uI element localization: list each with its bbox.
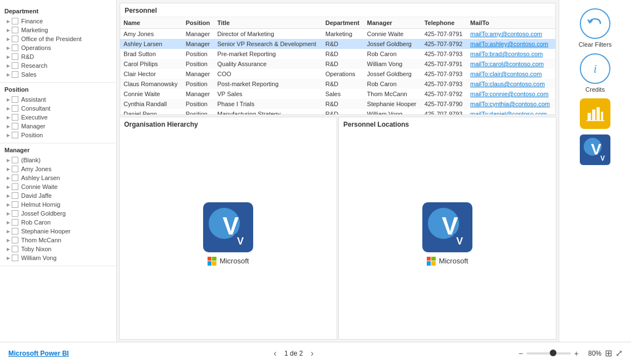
- filter-label-research: Research: [21, 62, 47, 69]
- filter-item-research[interactable]: ▶ Research: [4, 61, 112, 70]
- checkbox-finance[interactable]: [12, 18, 18, 24]
- personnel-panel: Personnel Name Position Title Department…: [120, 3, 556, 115]
- bottom-panels: Organisation Hierarchy V V: [119, 117, 556, 340]
- cell-telephone: 425-707-9793: [421, 79, 467, 89]
- zoom-out-button[interactable]: −: [519, 349, 523, 358]
- credits-button[interactable]: i Credits: [580, 53, 610, 93]
- cell-mailto: mailTo:brad@contoso.com: [467, 49, 555, 59]
- filter-item-helmut[interactable]: ▶ Helmut Hornig: [4, 200, 112, 209]
- checkbox-sales[interactable]: [12, 71, 18, 78]
- org-hierarchy-panel: Organisation Hierarchy V V: [119, 117, 337, 340]
- info-icon: i: [593, 62, 597, 76]
- visio-button[interactable]: V V: [580, 134, 610, 165]
- table-row[interactable]: Brad Sutton Position Pre-market Reportin…: [120, 49, 555, 59]
- table-row[interactable]: Amy Jones Manager Director of Marketing …: [120, 29, 555, 39]
- table-row[interactable]: Clair Hector Manager COO Operations Joss…: [120, 69, 555, 79]
- checkbox-stephanie[interactable]: [12, 228, 18, 235]
- checkbox-consultant[interactable]: [12, 105, 18, 112]
- filter-item-blank[interactable]: ▶ (Blank): [4, 156, 112, 164]
- zoom-in-button[interactable]: +: [574, 349, 579, 358]
- filter-item-marketing[interactable]: ▶ Marketing: [4, 26, 112, 34]
- filter-item-sales[interactable]: ▶ Sales: [4, 70, 112, 79]
- checkbox-marketing[interactable]: [12, 27, 18, 33]
- cell-department: R&D: [322, 59, 364, 69]
- filter-item-operations[interactable]: ▶ Operations: [4, 43, 112, 52]
- checkbox-helmut[interactable]: [12, 201, 18, 208]
- checkbox-william[interactable]: [12, 255, 18, 261]
- next-page-button[interactable]: ›: [307, 347, 317, 360]
- cell-manager: Connie Waite: [364, 29, 421, 39]
- filter-label-position: Position: [21, 132, 43, 138]
- mailto-link[interactable]: mailTo:daniel@contoso.com: [470, 111, 547, 114]
- checkbox-david[interactable]: [12, 192, 18, 199]
- filter-item-rd[interactable]: ▶ R&D: [4, 52, 112, 61]
- checkbox-amy[interactable]: [12, 166, 18, 172]
- table-row[interactable]: Cynthia Randall Position Phase I Trials …: [120, 99, 555, 109]
- filter-item-david[interactable]: ▶ David Jaffe: [4, 191, 112, 200]
- mailto-link[interactable]: mailTo:connie@contoso.com: [470, 91, 549, 97]
- mailto-link[interactable]: mailTo:ashley@contoso.com: [470, 41, 548, 47]
- checkbox-operations[interactable]: [12, 44, 18, 51]
- filter-label-william: William Vong: [21, 255, 57, 261]
- checkbox-executive[interactable]: [12, 114, 18, 121]
- filter-item-consultant[interactable]: ▶ Consultant: [4, 104, 112, 113]
- filter-item-office[interactable]: ▶ Office of the President: [4, 34, 112, 43]
- personnel-table: Name Position Title Department Manager T…: [120, 17, 555, 114]
- filter-item-finance[interactable]: ▶ Finance: [4, 17, 112, 26]
- checkbox-jossef[interactable]: [12, 210, 18, 217]
- filter-label-marketing: Marketing: [21, 27, 48, 33]
- checkbox-thom[interactable]: [12, 237, 18, 243]
- checkbox-research[interactable]: [12, 62, 18, 69]
- checkbox-office[interactable]: [12, 36, 18, 42]
- fit-page-button[interactable]: ⊞: [605, 348, 612, 358]
- checkbox-connie[interactable]: [12, 183, 18, 190]
- filter-item-william[interactable]: ▶ William Vong: [4, 253, 112, 262]
- mailto-link[interactable]: mailTo:brad@contoso.com: [470, 51, 543, 57]
- chart-button[interactable]: [580, 98, 610, 129]
- cell-manager: Jossef Goldberg: [364, 39, 421, 49]
- mailto-link[interactable]: mailTo:claus@contoso.com: [470, 81, 545, 87]
- mailto-link[interactable]: mailTo:cynthia@contoso.com: [470, 101, 550, 107]
- checkbox-position[interactable]: [12, 132, 18, 138]
- table-row[interactable]: Ashley Larsen Manager Senior VP Research…: [120, 39, 555, 49]
- arrow-icon: ▶: [7, 176, 10, 181]
- prev-page-button[interactable]: ‹: [270, 347, 280, 360]
- filter-item-ashley[interactable]: ▶ Ashley Larsen: [4, 173, 112, 182]
- cell-name: Daniel Penn: [120, 109, 183, 114]
- mailto-link[interactable]: mailTo:clair@contoso.com: [470, 71, 542, 77]
- checkbox-rd[interactable]: [12, 53, 18, 60]
- checkbox-blank[interactable]: [12, 157, 18, 163]
- table-row[interactable]: Claus Romanowsky Position Post-market Re…: [120, 79, 555, 89]
- mailto-link[interactable]: mailTo:carol@contoso.com: [470, 61, 544, 67]
- zoom-slider[interactable]: [526, 352, 571, 355]
- clear-filters-button[interactable]: Clear Filters: [579, 8, 612, 48]
- checkbox-manager[interactable]: [12, 123, 18, 129]
- table-row[interactable]: Daniel Penn Position Manufacturing Strat…: [120, 109, 555, 114]
- filter-item-jossef[interactable]: ▶ Jossef Goldberg: [4, 209, 112, 218]
- checkbox-toby[interactable]: [12, 246, 18, 252]
- filter-item-connie[interactable]: ▶ Connie Waite: [4, 182, 112, 191]
- mailto-link[interactable]: mailTo:amy@contoso.com: [470, 31, 542, 37]
- filter-item-toby[interactable]: ▶ Toby Nixon: [4, 245, 112, 253]
- fullscreen-button[interactable]: ⤢: [615, 348, 623, 358]
- app-title[interactable]: Microsoft Power BI: [8, 350, 69, 357]
- filter-item-assistant[interactable]: ▶ Assistant: [4, 95, 112, 104]
- checkbox-rob[interactable]: [12, 219, 18, 226]
- filter-item-executive[interactable]: ▶ Executive: [4, 113, 112, 122]
- personnel-table-container[interactable]: Name Position Title Department Manager T…: [120, 17, 555, 114]
- filter-item-rob[interactable]: ▶ Rob Caron: [4, 218, 112, 227]
- filter-item-stephanie[interactable]: ▶ Stephanie Hooper: [4, 227, 112, 236]
- cell-name: Claus Romanowsky: [120, 79, 183, 89]
- filter-item-manager[interactable]: ▶ Manager: [4, 122, 112, 131]
- filter-item-amy[interactable]: ▶ Amy Jones: [4, 164, 112, 173]
- filter-item-thom[interactable]: ▶ Thom McCann: [4, 236, 112, 245]
- checkbox-ashley[interactable]: [12, 174, 18, 181]
- filter-item-position[interactable]: ▶ Position: [4, 131, 112, 139]
- table-row[interactable]: Connie Waite Manager VP Sales Sales Thom…: [120, 89, 555, 99]
- table-row[interactable]: Carol Philips Position Quality Assurance…: [120, 59, 555, 69]
- cell-title: Senior VP Research & Development: [214, 39, 322, 49]
- cell-name: Ashley Larsen: [120, 39, 183, 49]
- checkbox-assistant[interactable]: [12, 96, 18, 103]
- ms-logo-green-loc: [431, 257, 436, 261]
- svg-rect-11: [592, 109, 595, 121]
